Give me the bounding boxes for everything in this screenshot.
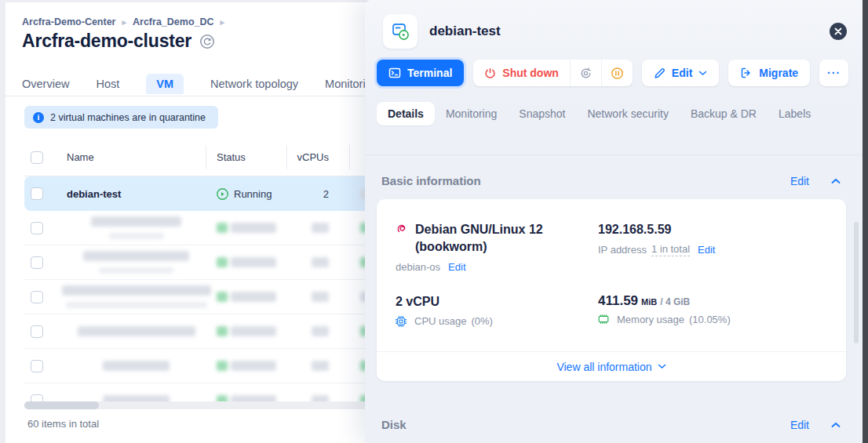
- column-header-vcpus[interactable]: vCPUs: [286, 151, 349, 163]
- row-checkbox[interactable]: [31, 291, 43, 303]
- collapse-chevron-up-icon[interactable]: [831, 178, 841, 184]
- vm-detail-panel: debian-test Terminal Shut down: [365, 0, 863, 443]
- migrate-button-label: Migrate: [759, 67, 798, 79]
- chevron-down-icon: [658, 364, 666, 369]
- terminal-button[interactable]: Terminal: [377, 60, 464, 86]
- tab-overview[interactable]: Overview: [22, 74, 69, 94]
- close-icon: [834, 27, 842, 35]
- restart-button[interactable]: [571, 60, 601, 86]
- breadcrumb-item-dc[interactable]: Arcfra_Demo_DC: [133, 16, 214, 27]
- cpu-icon: [396, 316, 407, 327]
- pencil-icon: [654, 67, 666, 79]
- cpu-usage-percent: (0%): [471, 315, 492, 327]
- edit-button[interactable]: Edit: [642, 60, 719, 86]
- migrate-icon: [740, 67, 753, 79]
- power-button-group: Shut down: [473, 60, 633, 86]
- tab-monitoring[interactable]: Monitoring: [435, 102, 508, 125]
- ip-label: IP address: [598, 244, 647, 256]
- chevron-down-icon: [698, 71, 707, 76]
- os-template: debian-os: [396, 261, 440, 273]
- basic-information-heading: Basic information: [381, 174, 481, 187]
- vm-name[interactable]: debian-test: [56, 188, 206, 200]
- shutdown-button-label: Shut down: [502, 67, 559, 79]
- more-actions-button[interactable]: ···: [819, 60, 848, 86]
- detail-tabs: Details Monitoring Snapshot Network secu…: [377, 102, 848, 125]
- row-checkbox[interactable]: [31, 360, 43, 372]
- row-checkbox[interactable]: [31, 222, 43, 234]
- running-status-icon: [217, 188, 228, 200]
- divider: [365, 154, 863, 155]
- ellipsis-icon: ···: [827, 67, 841, 79]
- os-name: Debian GNU/Linux 12 (bookworm): [415, 221, 564, 256]
- window-edge-right: [863, 0, 868, 443]
- restart-icon: [579, 67, 593, 80]
- memory-used-value: 411.59: [598, 293, 638, 309]
- info-icon: i: [33, 112, 44, 123]
- row-checkbox[interactable]: [31, 187, 43, 200]
- ip-count[interactable]: 1 in total: [651, 243, 690, 256]
- close-panel-button[interactable]: [830, 23, 847, 40]
- suspend-button[interactable]: [602, 60, 633, 86]
- tab-labels[interactable]: Labels: [768, 102, 822, 125]
- migrate-button[interactable]: Migrate: [728, 60, 810, 86]
- memory-usage-label: Memory usage: [617, 314, 684, 325]
- tab-host[interactable]: Host: [96, 74, 119, 94]
- refresh-icon[interactable]: [199, 34, 215, 49]
- tab-details[interactable]: Details: [377, 102, 435, 125]
- tab-network-topology[interactable]: Network topology: [210, 74, 298, 94]
- breadcrumb-separator-icon: ▸: [221, 17, 225, 27]
- memory-total: / 4 GiB: [660, 296, 690, 307]
- row-checkbox[interactable]: [31, 325, 43, 338]
- items-total: 60 items in total: [27, 418, 99, 430]
- cpu-usage-label: CPU usage: [414, 315, 466, 327]
- breadcrumb: Arcfra-Demo-Center ▸ Arcfra_Demo_DC ▸: [22, 16, 224, 27]
- collapse-chevron-up-icon[interactable]: [831, 422, 841, 428]
- window-edge-left: [0, 0, 5, 443]
- ip-edit-link[interactable]: Edit: [698, 244, 715, 256]
- power-icon: [484, 67, 496, 79]
- disk-edit-link[interactable]: Edit: [790, 419, 809, 431]
- basic-information-card: Debian GNU/Linux 12 (bookworm) debian-os…: [377, 199, 846, 381]
- memory-icon: [598, 314, 609, 325]
- horizontal-scrollbar-thumb[interactable]: [24, 401, 99, 409]
- terminal-button-label: Terminal: [407, 67, 452, 79]
- tab-backup-dr[interactable]: Backup & DR: [680, 102, 768, 125]
- disk-heading: Disk: [381, 418, 407, 431]
- os-edit-link[interactable]: Edit: [448, 261, 465, 273]
- horizontal-scrollbar[interactable]: [24, 401, 368, 409]
- tab-vm[interactable]: VM: [146, 74, 184, 94]
- row-checkbox[interactable]: [31, 394, 43, 402]
- quarantine-banner[interactable]: i 2 virtual machines are in quarantine: [24, 106, 218, 129]
- vcpu-value: 2 vCPU: [396, 293, 598, 310]
- view-all-label: View all information: [556, 361, 651, 373]
- column-header-name[interactable]: Name: [56, 151, 206, 163]
- tab-snapshot[interactable]: Snapshot: [508, 102, 576, 125]
- breadcrumb-separator-icon: ▸: [122, 17, 126, 27]
- memory-used-unit: MiB: [641, 297, 657, 307]
- page-title: Arcfra-demo-cluster: [22, 31, 191, 52]
- row-checkbox[interactable]: [31, 256, 43, 269]
- vertical-scrollbar-thumb[interactable]: [854, 222, 859, 343]
- vm-status: Running: [234, 188, 272, 200]
- debian-logo-icon: [396, 223, 408, 235]
- vm-icon: [383, 14, 418, 49]
- quarantine-banner-text: 2 virtual machines are in quarantine: [50, 112, 206, 123]
- memory-usage-percent: (10.05%): [689, 314, 731, 325]
- terminal-icon: [388, 67, 401, 79]
- vm-action-bar: Terminal Shut down: [377, 60, 848, 86]
- vm-vcpus: 2: [286, 188, 349, 200]
- breadcrumb-item-datacenter[interactable]: Arcfra-Demo-Center: [22, 16, 115, 27]
- pause-icon: [611, 67, 624, 80]
- shutdown-button[interactable]: Shut down: [473, 60, 570, 86]
- edit-button-label: Edit: [672, 67, 692, 79]
- panel-title: debian-test: [429, 24, 501, 39]
- ip-address: 192.168.5.59: [598, 221, 715, 238]
- basic-information-edit-link[interactable]: Edit: [790, 175, 809, 187]
- select-all-checkbox[interactable]: [31, 151, 43, 164]
- tab-network-security[interactable]: Network security: [576, 102, 679, 125]
- column-header-status[interactable]: Status: [206, 151, 286, 163]
- view-all-information-link[interactable]: View all information: [377, 351, 846, 381]
